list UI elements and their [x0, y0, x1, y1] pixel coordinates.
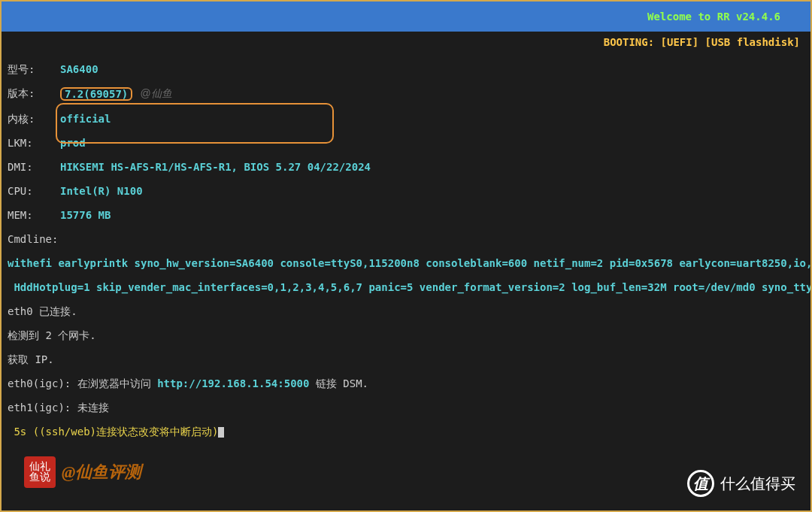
- row-model: 型号:SA6400: [8, 63, 804, 75]
- booting-line: BOOTING: [UEFI] [USB flashdisk]: [2, 32, 810, 50]
- countdown-seconds: 5s: [8, 426, 26, 438]
- cmdline-1: withefi earlyprintk syno_hw_version=SA64…: [8, 257, 804, 269]
- lkm-value: prod: [60, 137, 86, 149]
- welcome-banner: Welcome to RR v24.4.6: [2, 2, 810, 32]
- dmi-value: HIKSEMI HS-AFS-R1/HS-AFS-R1, BIOS 5.27 0…: [60, 161, 371, 173]
- smzdm-text: 什么值得买: [720, 474, 795, 494]
- smzdm-watermark: 值 什么值得买: [687, 470, 795, 497]
- bottom-watermark: 仙礼 鱼说 @仙鱼评测: [24, 456, 141, 488]
- cpu-value: Intel(R) N100: [60, 185, 143, 197]
- cursor-icon: [218, 427, 224, 438]
- mem-value: 15776 MB: [60, 209, 111, 221]
- row-mem: MEM:15776 MB: [8, 209, 804, 221]
- row-cpu: CPU:Intel(R) N100: [8, 185, 804, 197]
- row-lkm: LKM:prod: [8, 137, 804, 149]
- row-version: 版本:7.2(69057)@仙鱼: [8, 87, 804, 101]
- row-dmi: DMI:HIKSEMI HS-AFS-R1/HS-AFS-R1, BIOS 5.…: [8, 161, 804, 173]
- seal-icon: 仙礼 鱼说: [24, 456, 56, 488]
- watermark-text: @仙鱼评测: [62, 461, 141, 483]
- version-value: 7.2(69057): [65, 88, 128, 100]
- dsm-url[interactable]: http://192.168.1.54:5000: [157, 377, 309, 389]
- terminal-content: 型号:SA6400 版本:7.2(69057)@仙鱼 内核:official L…: [2, 50, 810, 451]
- cmdline-label: Cmdline:: [8, 233, 804, 245]
- get-ip: 获取 IP.: [8, 353, 804, 365]
- countdown-line: 5s ((ssh/web)连接状态改变将中断启动): [8, 426, 804, 438]
- eth0-connected: eth0 已连接.: [8, 305, 804, 317]
- inline-watermark: @仙鱼: [140, 87, 171, 101]
- nic-detected: 检测到 2 个网卡.: [8, 329, 804, 341]
- cmdline-2: HddHotplug=1 skip_vender_mac_interfaces=…: [8, 281, 804, 293]
- model-value: SA6400: [60, 63, 98, 75]
- eth0-access: eth0(igc): 在浏览器中访问 http://192.168.1.54:5…: [8, 377, 804, 389]
- smzdm-icon: 值: [687, 470, 714, 497]
- eth1-status: eth1(igc): 未连接: [8, 401, 804, 414]
- kernel-value: official: [60, 113, 111, 125]
- row-kernel: 内核:official: [8, 113, 804, 125]
- welcome-text: Welcome to RR v24.4.6: [647, 11, 780, 23]
